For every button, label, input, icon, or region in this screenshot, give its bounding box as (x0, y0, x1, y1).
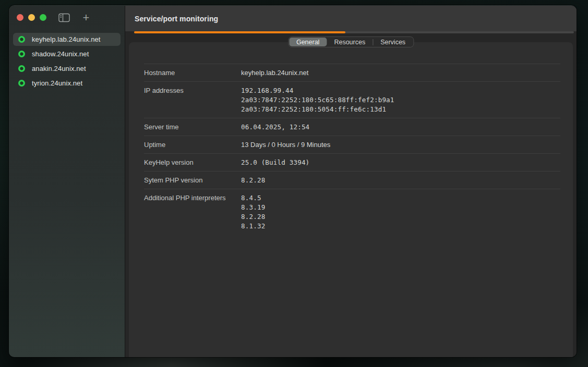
detail-value: 06.04.2025, 12:54 (241, 123, 309, 132)
sidebar-item-keyhelp[interactable]: keyhelp.lab.24unix.net (13, 33, 121, 46)
page-title: Service/port monitoring (135, 15, 218, 23)
detail-value: 13 Days / 0 Hours / 9 Minutes (241, 140, 330, 150)
sidebar-item-anakin[interactable]: anakin.24unix.net (13, 62, 121, 75)
detail-row-hostname: Hostname keyhelp.lab.24unix.net (144, 64, 560, 81)
close-window-button[interactable] (17, 14, 23, 21)
tab-bar: General Resources Services (288, 36, 414, 47)
title-bar: Service/port monitoring (125, 6, 577, 31)
general-tab-panel: Hostname keyhelp.lab.24unix.net IP addre… (129, 42, 573, 357)
server-details-list: Hostname keyhelp.lab.24unix.net IP addre… (129, 64, 573, 235)
detail-label: IP addresses (144, 86, 241, 95)
status-online-icon (18, 36, 25, 43)
app-window: + keyhelp.lab.24unix.net shadow.24unix.n… (9, 5, 577, 357)
server-label: anakin.24unix.net (32, 65, 86, 72)
detail-row-uptime: Uptime 13 Days / 0 Hours / 9 Minutes (144, 136, 560, 153)
detail-row-ip-addresses: IP addresses 192.168.99.44 2a03:7847:225… (144, 81, 560, 118)
tab-resources[interactable]: Resources (327, 38, 373, 46)
detail-value: 8.4.5 8.3.19 8.2.28 8.1.32 (241, 193, 265, 231)
status-online-icon (18, 80, 25, 87)
detail-label: Additional PHP interpreters (144, 193, 241, 203)
sidebar-toggle-button[interactable] (58, 12, 70, 23)
detail-value: 8.2.28 (241, 176, 265, 185)
detail-label: Server time (144, 123, 241, 132)
tab-services[interactable]: Services (373, 38, 413, 46)
status-online-icon (18, 65, 25, 72)
sidebar-item-shadow[interactable]: shadow.24unix.net (13, 47, 121, 60)
plus-icon: + (83, 13, 90, 23)
detail-row-system-php-version: Sytem PHP version 8.2.28 (144, 171, 560, 189)
sidebar-toolbar: + (58, 12, 92, 23)
detail-label: Uptime (144, 140, 241, 150)
detail-row-keyhelp-version: KeyHelp version 25.0 (Build 3394) (144, 153, 560, 171)
detail-label: Sytem PHP version (144, 176, 241, 185)
tab-general[interactable]: General (289, 38, 327, 46)
detail-row-server-time: Server time 06.04.2025, 12:54 (144, 118, 560, 136)
add-server-button[interactable]: + (80, 12, 92, 23)
detail-value: 192.168.99.44 2a03:7847:2252:180:5c65:88… (241, 86, 394, 114)
sidebar-item-tyrion[interactable]: tyrion.24unix.net (13, 77, 121, 90)
server-label: keyhelp.lab.24unix.net (32, 35, 101, 43)
detail-row-additional-php: Additional PHP interpreters 8.4.5 8.3.19… (144, 189, 560, 235)
server-label: shadow.24unix.net (32, 50, 89, 58)
detail-value: 25.0 (Build 3394) (241, 158, 309, 167)
minimize-window-button[interactable] (28, 14, 35, 21)
server-list: keyhelp.lab.24unix.net shadow.24unix.net… (13, 33, 121, 90)
detail-label: KeyHelp version (144, 158, 241, 167)
detail-label: Hostname (144, 68, 241, 78)
progress-bar (134, 31, 574, 33)
sidebar-toggle-icon (58, 13, 70, 22)
server-label: tyrion.24unix.net (32, 79, 82, 87)
main-area: Service/port monitoring General Resource… (125, 6, 577, 357)
status-online-icon (18, 51, 25, 57)
window-controls (17, 14, 46, 21)
detail-value: keyhelp.lab.24unix.net (241, 68, 308, 78)
sidebar: + keyhelp.lab.24unix.net shadow.24unix.n… (9, 6, 125, 357)
progress-bar-fill (134, 31, 345, 33)
zoom-window-button[interactable] (40, 14, 46, 21)
